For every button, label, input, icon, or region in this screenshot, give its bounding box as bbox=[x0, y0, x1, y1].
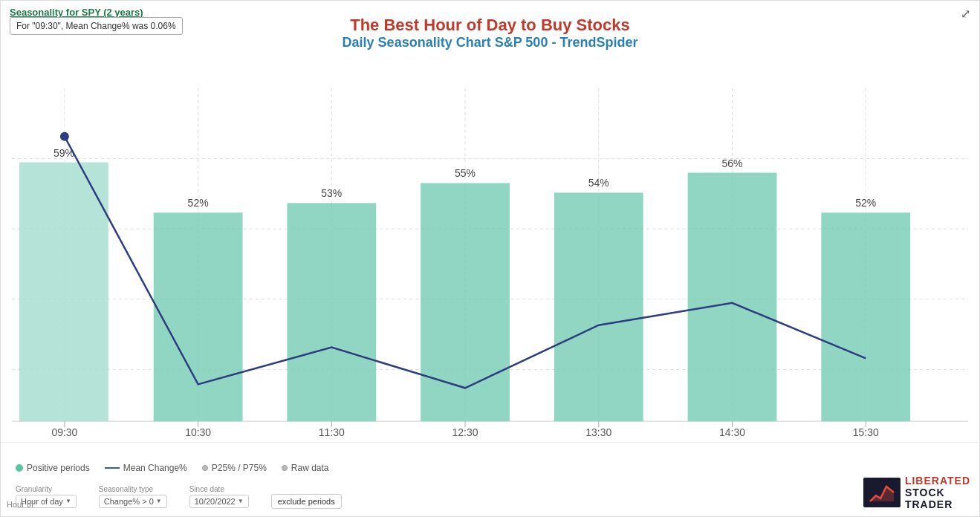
seasonality-value: Change% > 0 bbox=[104, 497, 154, 506]
legend-p25-p75: P25% / P75% bbox=[202, 463, 267, 473]
svg-rect-17 bbox=[287, 203, 376, 421]
legend-p25-label: P25% / P75% bbox=[212, 463, 267, 473]
svg-rect-15 bbox=[154, 212, 243, 421]
seasonality-select[interactable]: Change% > 0 ▼ bbox=[99, 495, 167, 508]
tooltip-box: For "09:30", Mean Change% was 0.06% bbox=[10, 17, 183, 35]
granularity-label: Granularity bbox=[16, 485, 77, 493]
chart-footer: Positive periods Mean Change% P25% / P75… bbox=[1, 442, 979, 516]
svg-rect-13 bbox=[19, 163, 108, 422]
since-date-group: Since date 10/20/2022 ▼ bbox=[189, 485, 249, 508]
chart-title-line2: Daily Seasonality Chart S&P 500 - TrendS… bbox=[1, 35, 979, 51]
svg-text:09:30: 09:30 bbox=[51, 426, 77, 438]
hour-of-label: Hour of bbox=[7, 500, 33, 509]
legend-p25-icon bbox=[202, 465, 208, 471]
svg-rect-25 bbox=[821, 212, 910, 421]
legend-raw-label: Raw data bbox=[291, 463, 329, 473]
brand-text-area: LIBERATED STOCK TRADER bbox=[905, 475, 970, 510]
chart-container: Seasonality for SPY (2 years) ⤢ For "09:… bbox=[0, 0, 980, 517]
legend-raw-icon bbox=[282, 465, 288, 471]
svg-text:15:30: 15:30 bbox=[853, 426, 879, 438]
since-date-arrow-icon: ▼ bbox=[238, 498, 244, 504]
svg-point-27 bbox=[60, 132, 69, 141]
legend-row: Positive periods Mean Change% P25% / P75… bbox=[16, 463, 329, 473]
legend-mean-label: Mean Change% bbox=[123, 463, 187, 473]
svg-text:13:30: 13:30 bbox=[585, 426, 611, 438]
brand-trader: TRADER bbox=[905, 498, 970, 510]
tooltip-text: For "09:30", Mean Change% was 0.06% bbox=[16, 21, 176, 31]
brand-stock: STOCK bbox=[905, 487, 970, 498]
svg-text:12:30: 12:30 bbox=[452, 426, 478, 438]
svg-text:52%: 52% bbox=[855, 197, 876, 209]
since-date-value: 10/20/2022 bbox=[195, 497, 236, 506]
brand-logo-icon bbox=[863, 478, 901, 507]
svg-text:56%: 56% bbox=[722, 157, 743, 169]
svg-text:10:30: 10:30 bbox=[185, 426, 211, 438]
controls-row: Granularity Hour of day ▼ Seasonality ty… bbox=[16, 484, 342, 509]
svg-text:53%: 53% bbox=[321, 187, 342, 199]
svg-text:11:30: 11:30 bbox=[319, 426, 345, 438]
main-chart-svg: 59% 52% 53% 55% 54% 56% 52% 09:30 10:30 … bbox=[12, 88, 968, 442]
granularity-arrow-icon: ▼ bbox=[65, 498, 71, 504]
seasonality-arrow-icon: ▼ bbox=[156, 498, 162, 504]
legend-positive-periods: Positive periods bbox=[16, 463, 90, 473]
legend-mean-change: Mean Change% bbox=[105, 463, 187, 473]
since-date-select[interactable]: 10/20/2022 ▼ bbox=[189, 495, 249, 508]
branding-area: LIBERATED STOCK TRADER bbox=[863, 475, 970, 510]
brand-liberated: LIBERATED bbox=[905, 475, 970, 487]
svg-rect-21 bbox=[554, 192, 643, 421]
legend-positive-label: Positive periods bbox=[27, 463, 90, 473]
svg-text:14:30: 14:30 bbox=[719, 426, 745, 438]
svg-text:52%: 52% bbox=[188, 197, 209, 209]
legend-positive-icon bbox=[16, 464, 23, 472]
svg-text:54%: 54% bbox=[588, 177, 609, 189]
seasonality-group: Seasonality type Change% > 0 ▼ bbox=[99, 485, 167, 508]
legend-mean-icon bbox=[105, 467, 120, 469]
since-label: Since date bbox=[189, 485, 249, 493]
svg-rect-19 bbox=[421, 183, 510, 421]
svg-rect-23 bbox=[688, 173, 777, 422]
exclude-periods-button[interactable]: exclude periods bbox=[271, 494, 342, 509]
legend-raw-data: Raw data bbox=[282, 463, 329, 473]
svg-text:55%: 55% bbox=[455, 168, 476, 180]
seasonality-label: Seasonality type bbox=[99, 485, 167, 493]
